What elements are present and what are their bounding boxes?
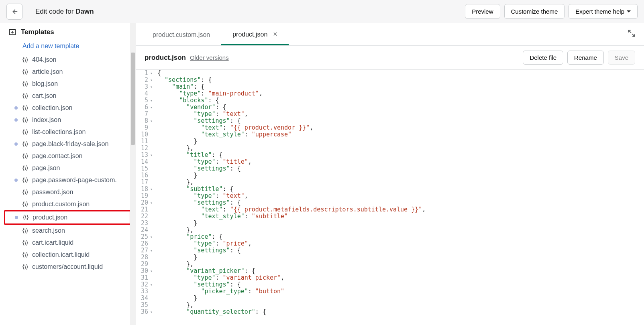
braces-icon: [22, 177, 30, 184]
code-line[interactable]: "price": {: [157, 234, 644, 240]
sidebar-file-page-contact-json[interactable]: page.contact.json: [0, 150, 136, 162]
line-number: 30▾: [136, 268, 153, 274]
sidebar-file-404-json[interactable]: 404.json: [0, 54, 136, 66]
code-line[interactable]: "blocks": {: [157, 97, 644, 104]
line-number: 12: [136, 145, 153, 152]
expert-help-label: Expert theme help: [575, 8, 624, 15]
code-line[interactable]: "picker_type": "button": [157, 288, 644, 295]
code-line[interactable]: "main": {: [157, 83, 644, 90]
fold-icon[interactable]: ▾: [149, 83, 153, 90]
code-line[interactable]: }: [157, 295, 644, 302]
sidebar-file-list-collections-json[interactable]: list-collections.json: [0, 126, 136, 138]
code-line[interactable]: },: [157, 302, 644, 309]
close-icon[interactable]: ×: [273, 30, 277, 39]
code-editor[interactable]: 1▾2▾3▾45▾6▾78▾910111213▾1415161718▾1920▾…: [136, 70, 644, 325]
code-line[interactable]: "settings": {: [157, 199, 644, 206]
code-line[interactable]: "text": "{{ product.vendor }}",: [157, 124, 644, 131]
file-label: password.json: [32, 189, 73, 196]
code-line[interactable]: }: [157, 254, 644, 261]
code-line[interactable]: "variant_picker": {: [157, 268, 644, 274]
fold-icon[interactable]: ▾: [149, 77, 153, 83]
code-line[interactable]: "type": "variant_picker",: [157, 274, 644, 281]
sidebar-scroll-thumb[interactable]: [131, 53, 135, 145]
line-number: 15: [136, 165, 153, 172]
code-line[interactable]: "subtitle": {: [157, 186, 644, 193]
code-line[interactable]: }: [157, 172, 644, 179]
sidebar-file-product-custom-json[interactable]: product.custom.json: [0, 198, 136, 210]
arrow-left-icon: [11, 8, 18, 15]
sidebar-file-password-json[interactable]: password.json: [0, 186, 136, 198]
sidebar-file-customers-account-liquid[interactable]: customers/account.liquid: [0, 261, 136, 273]
templates-section-header[interactable]: Templates: [0, 23, 136, 40]
code-line[interactable]: "text": "{{ product.metafields.descripto…: [157, 206, 644, 213]
fold-icon[interactable]: ▾: [149, 104, 153, 111]
code-line[interactable]: "settings": {: [157, 165, 644, 172]
fold-icon[interactable]: ▾: [149, 186, 153, 193]
sidebar-file-collection-icart-liquid[interactable]: collection.icart.liquid: [0, 249, 136, 261]
line-number: 1▾: [136, 70, 153, 77]
fold-icon[interactable]: ▾: [149, 118, 153, 124]
rename-button[interactable]: Rename: [567, 51, 604, 65]
fold-icon[interactable]: ▾: [149, 234, 153, 240]
code-line[interactable]: {: [157, 70, 644, 77]
code-line[interactable]: },: [157, 145, 644, 152]
sidebar-file-page-json[interactable]: page.json: [0, 162, 136, 174]
tab-label: product.custom.json: [153, 31, 210, 39]
code-line[interactable]: "type": "main-product",: [157, 90, 644, 97]
tab-label: product.json: [232, 31, 267, 38]
sidebar-file-index-json[interactable]: index.json: [0, 114, 136, 126]
fold-icon[interactable]: ▾: [149, 97, 153, 104]
code-line[interactable]: "type": "title",: [157, 158, 644, 165]
fold-icon[interactable]: ▾: [149, 70, 153, 77]
fold-icon[interactable]: ▾: [149, 152, 153, 158]
add-template-link[interactable]: Add a new template: [22, 43, 79, 49]
sidebar-file-article-json[interactable]: article.json: [0, 66, 136, 78]
delete-file-button[interactable]: Delete file: [523, 51, 563, 65]
expand-icon[interactable]: [627, 29, 636, 39]
code-line[interactable]: "type": "text",: [157, 193, 644, 199]
code-line[interactable]: "sections": {: [157, 77, 644, 83]
code-line[interactable]: "quantity_selector": {: [157, 309, 644, 315]
fold-icon[interactable]: ▾: [149, 268, 153, 274]
code-body[interactable]: { "sections": { "main": { "type": "main-…: [155, 70, 644, 325]
sidebar-file-cart-icart-liquid[interactable]: cart.icart.liquid: [0, 237, 136, 249]
sidebar-file-search-json[interactable]: search.json: [0, 225, 136, 237]
sidebar-file-page-password-page-custom-[interactable]: page.password-page-custom.: [0, 174, 136, 186]
sidebar-file-cart-json[interactable]: cart.json: [0, 90, 136, 102]
tab-product-json[interactable]: product.json×: [221, 24, 289, 45]
older-versions-link[interactable]: Older versions: [190, 54, 229, 61]
fold-icon[interactable]: ▾: [149, 247, 153, 254]
sidebar-scrollbar[interactable]: [130, 23, 136, 325]
code-line[interactable]: },: [157, 179, 644, 186]
back-button[interactable]: [6, 4, 22, 20]
code-line[interactable]: },: [157, 261, 644, 268]
line-number: 2▾: [136, 77, 153, 83]
line-number: 19: [136, 193, 153, 199]
braces-icon: [22, 263, 30, 270]
code-line[interactable]: },: [157, 227, 644, 234]
code-line[interactable]: "title": {: [157, 152, 644, 158]
preview-button[interactable]: Preview: [465, 4, 500, 19]
code-line[interactable]: "type": "price",: [157, 240, 644, 247]
sidebar-file-product-json[interactable]: product.json: [4, 210, 131, 225]
fold-icon[interactable]: ▾: [149, 281, 153, 288]
code-line[interactable]: }: [157, 220, 644, 227]
code-line[interactable]: "settings": {: [157, 281, 644, 288]
sidebar-file-collection-json[interactable]: collection.json: [0, 102, 136, 114]
modified-dot-icon: [14, 179, 18, 182]
code-line[interactable]: "vendor": {: [157, 104, 644, 111]
customize-theme-button[interactable]: Customize theme: [504, 4, 565, 19]
line-number: 35: [136, 302, 153, 309]
code-line[interactable]: "type": "text",: [157, 111, 644, 118]
expert-help-button[interactable]: Expert theme help: [569, 4, 638, 19]
code-line[interactable]: "text_style": "uppercase": [157, 131, 644, 138]
code-line[interactable]: }: [157, 138, 644, 145]
fold-icon[interactable]: ▾: [149, 309, 153, 315]
code-line[interactable]: "text_style": "subtitle": [157, 213, 644, 220]
code-line[interactable]: "settings": {: [157, 118, 644, 124]
fold-icon[interactable]: ▾: [149, 199, 153, 206]
sidebar-file-blog-json[interactable]: blog.json: [0, 78, 136, 90]
code-line[interactable]: "settings": {: [157, 247, 644, 254]
tab-product-custom-json[interactable]: product.custom.json: [141, 26, 221, 45]
sidebar-file-page-black-friday-sale-json[interactable]: page.black-friday-sale.json: [0, 138, 136, 150]
